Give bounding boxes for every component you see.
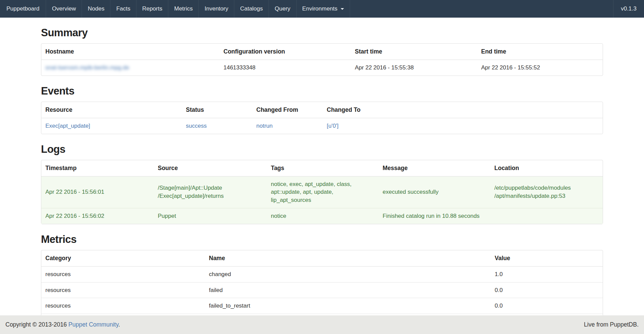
logs-column-location: Location xyxy=(490,160,603,176)
summary-column-end-time: End time xyxy=(477,44,603,60)
events-column-resource: Resource xyxy=(41,102,182,118)
logs-table: Timestamp Source Tags Message Location A… xyxy=(41,160,603,224)
config-version-cell: 1461333348 xyxy=(219,60,351,76)
nav-brand-puppetboard[interactable]: Puppetboard xyxy=(0,0,46,18)
event-row: Exec[apt_update] success notrun [u'0'] xyxy=(41,118,603,134)
log-tags-cell: notice xyxy=(267,208,379,224)
start-time-cell: Apr 22 2016 - 15:55:38 xyxy=(351,60,477,76)
copyright-text: Copyright © 2013-2016 Puppet Community. xyxy=(5,321,120,328)
metric-row: resources failed 0.0 xyxy=(41,283,603,298)
log-source-cell: /Stage[main]/Apt::Update /Exec[apt_updat… xyxy=(154,176,267,208)
nav-item-catalogs[interactable]: Catalogs xyxy=(234,0,269,18)
metric-name-cell: failed_to_restart xyxy=(205,298,491,314)
metrics-column-name: Name xyxy=(205,250,491,267)
log-timestamp-cell: Apr 22 2016 - 15:56:02 xyxy=(41,208,154,224)
metrics-column-category: Category xyxy=(41,250,205,267)
metric-value-cell: 0.0 xyxy=(491,283,603,298)
nav-item-reports[interactable]: Reports xyxy=(136,0,169,18)
caret-down-icon xyxy=(341,8,344,10)
events-column-changed-to: Changed To xyxy=(323,102,603,118)
nav-item-inventory[interactable]: Inventory xyxy=(199,0,234,18)
live-from-puppetdb-text: Live from PuppetDB. xyxy=(584,321,639,328)
log-message-cell: executed successfully xyxy=(379,176,490,208)
metric-category-cell: resources xyxy=(41,267,205,283)
event-status-link[interactable]: success xyxy=(186,123,207,129)
puppet-community-link[interactable]: Puppet Community xyxy=(68,321,119,328)
metrics-column-value: Value xyxy=(491,250,603,267)
environments-dropdown-label: Environments xyxy=(302,0,338,18)
events-section-title: Events xyxy=(41,85,603,97)
summary-row: snat-tservsm.mpib-berlin.mpg.de 14613333… xyxy=(41,60,603,76)
summary-column-hostname: Hostname xyxy=(41,44,219,60)
logs-column-source: Source xyxy=(154,160,267,176)
metrics-section-title: Metrics xyxy=(41,233,603,246)
metric-category-cell: resources xyxy=(41,283,205,298)
nav-item-nodes[interactable]: Nodes xyxy=(82,0,110,18)
main-content: Summary Hostname Configuration version S… xyxy=(41,27,603,329)
footer: Copyright © 2013-2016 Puppet Community. … xyxy=(0,315,644,334)
event-changed-from-link[interactable]: notrun xyxy=(256,123,273,129)
summary-column-config-version: Configuration version xyxy=(219,44,351,60)
event-resource-link[interactable]: Exec[apt_update] xyxy=(45,123,90,129)
metric-value-cell: 1.0 xyxy=(491,267,603,283)
log-message-cell: Finished catalog run in 10.88 seconds xyxy=(379,208,490,224)
copyright-suffix: . xyxy=(119,321,120,328)
nav-item-overview[interactable]: Overview xyxy=(46,0,82,18)
logs-column-timestamp: Timestamp xyxy=(41,160,154,176)
summary-table: Hostname Configuration version Start tim… xyxy=(41,43,603,76)
events-header-row: Resource Status Changed From Changed To xyxy=(41,102,603,118)
metric-value-cell: 0.0 xyxy=(491,298,603,314)
log-row: Apr 22 2016 - 15:56:01 /Stage[main]/Apt:… xyxy=(41,176,603,208)
log-timestamp-cell: Apr 22 2016 - 15:56:01 xyxy=(41,176,154,208)
copyright-prefix: Copyright © 2013-2016 xyxy=(5,321,68,328)
logs-section-title: Logs xyxy=(41,143,603,155)
events-column-changed-from: Changed From xyxy=(252,102,323,118)
end-time-cell: Apr 22 2016 - 15:55:52 xyxy=(477,60,603,76)
summary-header-row: Hostname Configuration version Start tim… xyxy=(41,44,603,60)
log-location-cell xyxy=(490,208,603,224)
logs-header-row: Timestamp Source Tags Message Location xyxy=(41,160,603,176)
log-tags-cell: notice, exec, apt_update, class, apt::up… xyxy=(267,176,379,208)
event-changed-to-link[interactable]: [u'0'] xyxy=(327,123,339,129)
log-source-cell: Puppet xyxy=(154,208,267,224)
metric-name-cell: failed xyxy=(205,283,491,298)
metric-row: resources failed_to_restart 0.0 xyxy=(41,298,603,314)
nav-item-metrics[interactable]: Metrics xyxy=(168,0,199,18)
summary-section-title: Summary xyxy=(41,27,603,39)
metric-row: resources changed 1.0 xyxy=(41,267,603,283)
events-table: Resource Status Changed From Changed To … xyxy=(41,102,603,134)
logs-column-tags: Tags xyxy=(267,160,379,176)
metric-category-cell: resources xyxy=(41,298,205,314)
log-row: Apr 22 2016 - 15:56:02 Puppet notice Fin… xyxy=(41,208,603,224)
logs-column-message: Message xyxy=(379,160,490,176)
nav-item-facts[interactable]: Facts xyxy=(110,0,136,18)
metric-name-cell: changed xyxy=(205,267,491,283)
navbar: Puppetboard Overview Nodes Facts Reports… xyxy=(0,0,644,18)
navbar-spacer xyxy=(350,0,613,18)
hostname-link[interactable]: snat-tservsm.mpib-berlin.mpg.de xyxy=(45,64,129,71)
log-location-cell: /etc/puppetlabs/code/modules /apt/manife… xyxy=(490,176,603,208)
metrics-header-row: Category Name Value xyxy=(41,250,603,267)
summary-column-start-time: Start time xyxy=(351,44,477,60)
environments-dropdown[interactable]: Environments xyxy=(297,0,350,18)
version-label: v0.1.3 xyxy=(613,0,644,18)
nav-item-query[interactable]: Query xyxy=(269,0,296,18)
events-column-status: Status xyxy=(182,102,252,118)
